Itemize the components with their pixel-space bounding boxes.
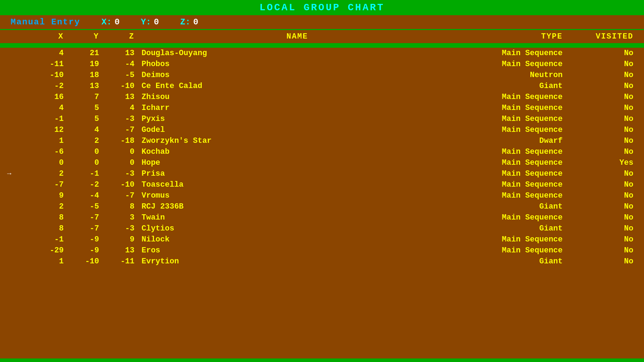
type-cell: Main Sequence [460, 180, 573, 189]
table-row[interactable]: 124-7GodelMain SequenceNo [0, 124, 644, 135]
type-cell: Main Sequence [460, 60, 573, 69]
table-body: 42113Douglas-OuyangMain SequenceNo-1119-… [0, 48, 644, 358]
name-cell: Toascella [134, 180, 460, 189]
name-cell: Icharr [134, 104, 460, 112]
name-cell: Hope [134, 158, 460, 167]
table-row[interactable]: -1119-4PhobosMain SequenceNo [0, 59, 644, 70]
header-arrow [7, 32, 28, 41]
table-row[interactable]: 2-58RCJ 2336BGiantNo [0, 201, 644, 212]
z-cell: -7 [99, 125, 134, 134]
z-cell: 9 [99, 235, 134, 244]
x-cell: 16 [28, 93, 64, 101]
green-spacer [0, 44, 644, 48]
name-cell: Pyxis [134, 115, 460, 123]
page-title: LOCAL GROUP CHART [259, 2, 385, 13]
table-row[interactable]: -1018-5DeimosNeutronNo [0, 70, 644, 81]
header-x: X [28, 32, 64, 41]
table-row[interactable]: -29-913ErosMain SequenceNo [0, 245, 644, 256]
visited-cell: No [573, 125, 637, 134]
type-cell: Main Sequence [460, 158, 573, 167]
table-row[interactable]: 8-73TwainMain SequenceNo [0, 212, 644, 223]
type-cell: Main Sequence [460, 147, 573, 156]
x-cell: -1 [28, 115, 64, 123]
table-row[interactable]: -7-2-10ToascellaMain SequenceNo [0, 179, 644, 190]
table-row[interactable]: -1-99NilockMain SequenceNo [0, 234, 644, 245]
z-cell: -4 [99, 60, 134, 69]
type-cell: Giant [460, 257, 573, 266]
type-cell: Main Sequence [460, 235, 573, 244]
table-row[interactable]: 12-18Zworzykn's StarDwarfNo [0, 135, 644, 146]
z-cell: -3 [99, 169, 134, 178]
table-row[interactable]: 8-7-3ClytiosGiantNo [0, 223, 644, 234]
z-cell: 0 [99, 158, 134, 167]
name-cell: Zhisou [134, 93, 460, 101]
name-cell: Douglas-Ouyang [134, 49, 460, 58]
z-cell: -3 [99, 224, 134, 233]
y-cell: 7 [64, 93, 99, 101]
x-cell: 2 [28, 169, 64, 178]
visited-cell: No [573, 104, 637, 112]
visited-cell: No [573, 213, 637, 222]
y-cell: 18 [64, 71, 99, 80]
x-cell: -7 [28, 180, 64, 189]
y-cell: 4 [64, 125, 99, 134]
table-row[interactable]: 9-4-7VromusMain SequenceNo [0, 190, 644, 201]
type-cell: Main Sequence [460, 125, 573, 134]
type-cell: Dwarf [460, 136, 573, 145]
z-cell: -10 [99, 82, 134, 90]
z-cell: 13 [99, 49, 134, 58]
table-row[interactable]: 16713ZhisouMain SequenceNo [0, 92, 644, 103]
visited-cell: No [573, 49, 637, 58]
name-cell: Godel [134, 125, 460, 134]
table-row[interactable]: 42113Douglas-OuyangMain SequenceNo [0, 48, 644, 59]
name-cell: Kochab [134, 147, 460, 156]
x-cell: 9 [28, 191, 64, 200]
name-cell: Ce Ente Calad [134, 82, 460, 90]
title-bar: LOCAL GROUP CHART [0, 0, 644, 15]
table-row[interactable]: -213-10Ce Ente CaladGiantNo [0, 81, 644, 92]
table-row[interactable]: 454IcharrMain SequenceNo [0, 103, 644, 113]
visited-cell: No [573, 60, 637, 69]
type-cell: Neutron [460, 71, 573, 80]
y-cell: -7 [64, 213, 99, 222]
x-cell: 1 [28, 257, 64, 266]
visited-cell: No [573, 115, 637, 123]
y-cell: 21 [64, 49, 99, 58]
z-cell: 4 [99, 104, 134, 112]
visited-cell: No [573, 235, 637, 244]
manual-entry-label: Manual Entry [11, 17, 80, 27]
header-name: NAME [134, 32, 460, 41]
header-visited: VISITED [573, 32, 637, 41]
z-cell: -18 [99, 136, 134, 145]
x-cell: 2 [28, 202, 64, 211]
x-value: 0 [115, 17, 120, 27]
x-cell: -11 [28, 60, 64, 69]
y-cell: 0 [64, 158, 99, 167]
visited-cell: No [573, 93, 637, 101]
z-cell: -5 [99, 71, 134, 80]
app: LOCAL GROUP CHART Manual Entry X: 0 Y: 0… [0, 0, 644, 362]
y-cell: -2 [64, 180, 99, 189]
table-row[interactable]: 000HopeMain SequenceYes [0, 157, 644, 168]
z-label: Z: [180, 17, 190, 27]
name-cell: RCJ 2336B [134, 202, 460, 211]
x-cell: -2 [28, 82, 64, 90]
table-row[interactable]: →2-1-3PrisaMain SequenceNo [0, 168, 644, 179]
y-cell: -9 [64, 246, 99, 255]
z-value: 0 [193, 17, 198, 27]
table-row[interactable]: 1-10-11EvrytionGiantNo [0, 256, 644, 267]
header-y: Y [64, 32, 99, 41]
type-cell: Main Sequence [460, 246, 573, 255]
type-cell: Main Sequence [460, 213, 573, 222]
x-cell: 1 [28, 136, 64, 145]
y-cell: -10 [64, 257, 99, 266]
table-row[interactable]: -600KochabMain SequenceNo [0, 146, 644, 157]
name-cell: Prisa [134, 169, 460, 178]
visited-cell: No [573, 147, 637, 156]
x-coord: X: 0 [102, 17, 120, 27]
type-cell: Main Sequence [460, 191, 573, 200]
visited-cell: No [573, 169, 637, 178]
table-row[interactable]: -15-3PyxisMain SequenceNo [0, 113, 644, 124]
name-cell: Nilock [134, 235, 460, 244]
x-label: X: [102, 17, 112, 27]
